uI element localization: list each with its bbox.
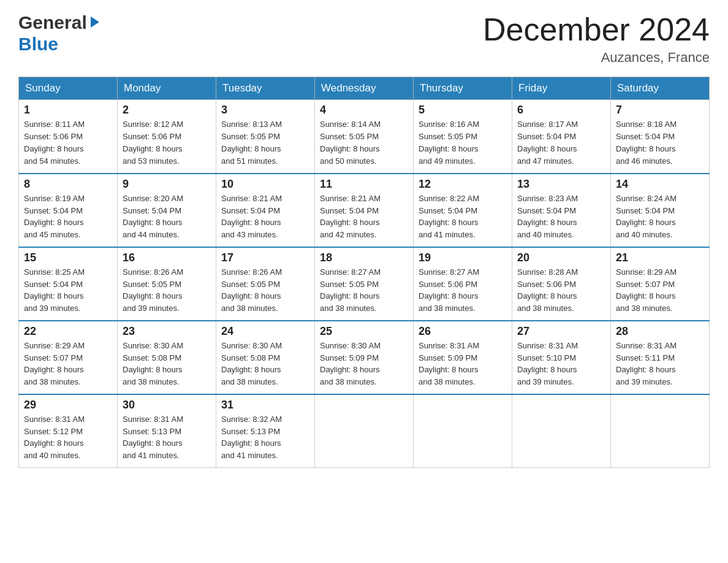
calendar-cell: 1 Sunrise: 8:11 AMSunset: 5:06 PMDayligh…: [19, 100, 118, 174]
calendar-cell: [512, 394, 611, 468]
page-header: General Blue December 2024 Auzances, Fra…: [18, 12, 710, 66]
day-number: 29: [24, 399, 112, 412]
calendar-cell: 18 Sunrise: 8:27 AMSunset: 5:05 PMDaylig…: [315, 247, 414, 321]
col-header-thursday: Thursday: [414, 77, 512, 100]
day-info: Sunrise: 8:11 AMSunset: 5:06 PMDaylight:…: [24, 120, 85, 166]
day-number: 19: [419, 251, 507, 264]
day-number: 1: [24, 104, 112, 117]
calendar-cell: 26 Sunrise: 8:31 AMSunset: 5:09 PMDaylig…: [414, 321, 512, 394]
day-info: Sunrise: 8:22 AMSunset: 5:04 PMDaylight:…: [419, 194, 479, 240]
calendar-cell: 27 Sunrise: 8:31 AMSunset: 5:10 PMDaylig…: [512, 321, 611, 394]
calendar-cell: 23 Sunrise: 8:30 AMSunset: 5:08 PMDaylig…: [118, 321, 216, 394]
calendar-cell: 3 Sunrise: 8:13 AMSunset: 5:05 PMDayligh…: [216, 100, 315, 174]
day-info: Sunrise: 8:31 AMSunset: 5:10 PMDaylight:…: [517, 341, 578, 387]
day-info: Sunrise: 8:21 AMSunset: 5:04 PMDaylight:…: [221, 194, 282, 240]
day-info: Sunrise: 8:27 AMSunset: 5:06 PMDaylight:…: [419, 267, 479, 313]
week-row-1: 1 Sunrise: 8:11 AMSunset: 5:06 PMDayligh…: [19, 100, 710, 174]
day-number: 28: [616, 325, 704, 338]
calendar-cell: 11 Sunrise: 8:21 AMSunset: 5:04 PMDaylig…: [315, 174, 414, 247]
day-info: Sunrise: 8:31 AMSunset: 5:13 PMDaylight:…: [123, 415, 183, 461]
col-header-tuesday: Tuesday: [216, 77, 315, 100]
day-number: 24: [221, 325, 309, 338]
svg-marker-0: [91, 17, 99, 28]
day-number: 7: [616, 104, 704, 117]
calendar-cell: 7 Sunrise: 8:18 AMSunset: 5:04 PMDayligh…: [611, 100, 710, 174]
day-info: Sunrise: 8:21 AMSunset: 5:04 PMDaylight:…: [320, 194, 381, 240]
day-info: Sunrise: 8:30 AMSunset: 5:08 PMDaylight:…: [221, 341, 282, 387]
day-number: 12: [419, 178, 507, 191]
day-info: Sunrise: 8:18 AMSunset: 5:04 PMDaylight:…: [616, 120, 677, 166]
day-number: 14: [616, 178, 704, 191]
week-row-4: 22 Sunrise: 8:29 AMSunset: 5:07 PMDaylig…: [19, 321, 710, 394]
day-info: Sunrise: 8:13 AMSunset: 5:05 PMDaylight:…: [221, 120, 282, 166]
calendar-cell: 12 Sunrise: 8:22 AMSunset: 5:04 PMDaylig…: [414, 174, 512, 247]
day-info: Sunrise: 8:32 AMSunset: 5:13 PMDaylight:…: [221, 415, 282, 461]
day-number: 2: [123, 104, 211, 117]
calendar-cell: 22 Sunrise: 8:29 AMSunset: 5:07 PMDaylig…: [19, 321, 118, 394]
day-info: Sunrise: 8:26 AMSunset: 5:05 PMDaylight:…: [221, 267, 282, 313]
day-number: 4: [320, 104, 408, 117]
day-number: 30: [123, 399, 211, 412]
day-info: Sunrise: 8:30 AMSunset: 5:08 PMDaylight:…: [123, 341, 183, 387]
col-header-sunday: Sunday: [19, 77, 118, 100]
calendar-cell: 29 Sunrise: 8:31 AMSunset: 5:12 PMDaylig…: [19, 394, 118, 468]
logo: General Blue: [18, 12, 100, 55]
day-info: Sunrise: 8:14 AMSunset: 5:05 PMDaylight:…: [320, 120, 381, 166]
day-info: Sunrise: 8:27 AMSunset: 5:05 PMDaylight:…: [320, 267, 381, 313]
col-header-wednesday: Wednesday: [315, 77, 414, 100]
day-info: Sunrise: 8:31 AMSunset: 5:12 PMDaylight:…: [24, 415, 85, 461]
day-info: Sunrise: 8:28 AMSunset: 5:06 PMDaylight:…: [517, 267, 578, 313]
day-number: 22: [24, 325, 112, 338]
calendar-cell: 21 Sunrise: 8:29 AMSunset: 5:07 PMDaylig…: [611, 247, 710, 321]
calendar-cell: 31 Sunrise: 8:32 AMSunset: 5:13 PMDaylig…: [216, 394, 315, 468]
calendar-cell: 25 Sunrise: 8:30 AMSunset: 5:09 PMDaylig…: [315, 321, 414, 394]
calendar-cell: 30 Sunrise: 8:31 AMSunset: 5:13 PMDaylig…: [118, 394, 216, 468]
day-number: 16: [123, 251, 211, 264]
page-title: December 2024: [483, 12, 710, 47]
day-number: 17: [221, 251, 309, 264]
calendar-cell: 17 Sunrise: 8:26 AMSunset: 5:05 PMDaylig…: [216, 247, 315, 321]
day-info: Sunrise: 8:29 AMSunset: 5:07 PMDaylight:…: [616, 267, 677, 313]
day-number: 31: [221, 399, 309, 412]
day-info: Sunrise: 8:24 AMSunset: 5:04 PMDaylight:…: [616, 194, 677, 240]
calendar-cell: 8 Sunrise: 8:19 AMSunset: 5:04 PMDayligh…: [19, 174, 118, 247]
calendar-cell: 6 Sunrise: 8:17 AMSunset: 5:04 PMDayligh…: [512, 100, 611, 174]
day-number: 21: [616, 251, 704, 264]
day-number: 26: [419, 325, 507, 338]
calendar-cell: 9 Sunrise: 8:20 AMSunset: 5:04 PMDayligh…: [118, 174, 216, 247]
calendar-cell: 24 Sunrise: 8:30 AMSunset: 5:08 PMDaylig…: [216, 321, 315, 394]
day-info: Sunrise: 8:31 AMSunset: 5:09 PMDaylight:…: [419, 341, 479, 387]
day-number: 15: [24, 251, 112, 264]
day-number: 23: [123, 325, 211, 338]
calendar-cell: 15 Sunrise: 8:25 AMSunset: 5:04 PMDaylig…: [19, 247, 118, 321]
week-row-2: 8 Sunrise: 8:19 AMSunset: 5:04 PMDayligh…: [19, 174, 710, 247]
day-info: Sunrise: 8:26 AMSunset: 5:05 PMDaylight:…: [123, 267, 183, 313]
day-info: Sunrise: 8:31 AMSunset: 5:11 PMDaylight:…: [616, 341, 677, 387]
calendar-cell: 4 Sunrise: 8:14 AMSunset: 5:05 PMDayligh…: [315, 100, 414, 174]
calendar-cell: 13 Sunrise: 8:23 AMSunset: 5:04 PMDaylig…: [512, 174, 611, 247]
day-info: Sunrise: 8:16 AMSunset: 5:05 PMDaylight:…: [419, 120, 479, 166]
day-number: 5: [419, 104, 507, 117]
calendar-cell: [315, 394, 414, 468]
title-block: December 2024 Auzances, France: [483, 12, 710, 66]
day-info: Sunrise: 8:17 AMSunset: 5:04 PMDaylight:…: [517, 120, 578, 166]
calendar-cell: 19 Sunrise: 8:27 AMSunset: 5:06 PMDaylig…: [414, 247, 512, 321]
calendar-cell: 28 Sunrise: 8:31 AMSunset: 5:11 PMDaylig…: [611, 321, 710, 394]
col-header-monday: Monday: [118, 77, 216, 100]
day-number: 3: [221, 104, 309, 117]
calendar-cell: 2 Sunrise: 8:12 AMSunset: 5:06 PMDayligh…: [118, 100, 216, 174]
calendar-cell: 20 Sunrise: 8:28 AMSunset: 5:06 PMDaylig…: [512, 247, 611, 321]
day-number: 20: [517, 251, 605, 264]
day-number: 13: [517, 178, 605, 191]
day-info: Sunrise: 8:20 AMSunset: 5:04 PMDaylight:…: [123, 194, 183, 240]
col-header-saturday: Saturday: [611, 77, 710, 100]
day-info: Sunrise: 8:12 AMSunset: 5:06 PMDaylight:…: [123, 120, 183, 166]
day-info: Sunrise: 8:23 AMSunset: 5:04 PMDaylight:…: [517, 194, 578, 240]
week-row-5: 29 Sunrise: 8:31 AMSunset: 5:12 PMDaylig…: [19, 394, 710, 468]
day-number: 10: [221, 178, 309, 191]
day-number: 18: [320, 251, 408, 264]
calendar-cell: [611, 394, 710, 468]
calendar-cell: 16 Sunrise: 8:26 AMSunset: 5:05 PMDaylig…: [118, 247, 216, 321]
day-info: Sunrise: 8:25 AMSunset: 5:04 PMDaylight:…: [24, 267, 85, 313]
day-number: 25: [320, 325, 408, 338]
